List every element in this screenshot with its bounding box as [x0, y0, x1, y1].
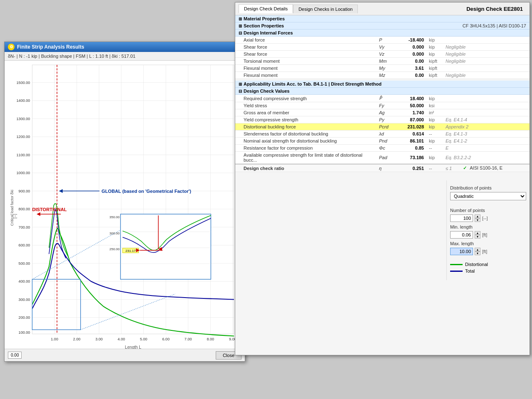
distribution-select[interactable]: Quadratic: [450, 192, 526, 200]
check-unit: kip: [426, 123, 443, 131]
check-symbol: Pcrd: [377, 123, 397, 131]
legend-distortional-line: [450, 264, 463, 265]
section-internal-label: Design Internal Forces: [244, 30, 293, 35]
svg-text:1300.00: 1300.00: [17, 117, 30, 121]
tab-design-check-details[interactable]: Design Check Details: [239, 4, 293, 13]
force-value: 0.000: [397, 44, 426, 51]
svg-text:400.00: 400.00: [19, 279, 30, 283]
fsm-chart-area: 1500.00 1400.00 1300.00 1200.00 1100.00 …: [5, 61, 245, 355]
svg-text:2.00: 2.00: [73, 337, 81, 341]
max-length-up[interactable]: ▲: [475, 248, 480, 251]
internal-force-row: Axial force P -18.400 kip: [235, 37, 530, 44]
distribution-label: Distribution of points: [450, 185, 526, 190]
force-symbol: Vy: [377, 44, 397, 51]
section-applicability[interactable]: ⊞ Applicability Limits Acc. to Tab. B4.1…: [235, 81, 530, 88]
num-points-input[interactable]: [450, 214, 473, 222]
force-name: Torsional moment: [235, 58, 377, 65]
ratio-unit: --: [426, 164, 443, 172]
check-note: [443, 109, 530, 116]
check-unit: ksi: [426, 102, 443, 109]
check-value: 18.400: [397, 95, 426, 102]
svg-text:800.00: 800.00: [19, 207, 30, 211]
check-name: Distortional buckling force: [235, 123, 377, 131]
expand-section-icon: ⊞: [239, 24, 242, 28]
fsm-titlebar: ⚙ Finite Strip Analysis Results: [5, 42, 245, 52]
check-value-row: Required compressive strength P̄ 18.400 …: [235, 95, 530, 102]
fsm-statusbar: 0.00 Close: [5, 349, 245, 361]
check-note: [443, 95, 530, 102]
legend-total-label: Total: [465, 268, 475, 273]
check-unit: --: [426, 145, 443, 152]
check-unit: kip: [426, 138, 443, 145]
check-value-row: Available compressive strength for limit…: [235, 152, 530, 164]
check-name: Available compressive strength for limit…: [235, 152, 377, 164]
svg-text:300.00: 300.00: [109, 232, 120, 235]
force-note: Negligible: [443, 51, 530, 58]
tab-design-checks-location[interactable]: Design Checks in Location: [293, 5, 358, 13]
bottom-section: Distribution of points Quadratic Number …: [235, 180, 530, 280]
force-unit: kip: [426, 44, 443, 51]
legend-distortional-label: Distortional: [465, 262, 488, 267]
min-length-label: Min. length: [450, 224, 526, 229]
svg-text:Critical load factor δki: Critical load factor δki: [10, 190, 14, 226]
check-icon: ✓: [463, 165, 467, 170]
check-value: 0.614: [397, 131, 426, 138]
dc-panel: Design Check Details Design Checks in Lo…: [235, 2, 530, 355]
check-name: Yield compressive strength: [235, 116, 377, 123]
design-check-ratio-table: Design check ratio η 0.251 -- ≤ 1 ✓ AISI…: [235, 164, 530, 172]
force-name: Shear force: [235, 51, 377, 58]
max-length-spinner[interactable]: ▲ ▼: [475, 248, 480, 255]
num-points-label: Number of points: [450, 208, 526, 213]
max-length-unit: [ft]: [482, 249, 487, 254]
force-unit: kipft: [426, 72, 443, 79]
fsm-chart-svg: 1500.00 1400.00 1300.00 1200.00 1100.00 …: [5, 61, 245, 355]
check-note: Eq. E4.1-3: [443, 131, 530, 138]
ratio-pass-text: AISI S100-16, E: [470, 165, 502, 170]
expand-internal-icon: ⊟: [239, 31, 242, 35]
force-unit: kipft: [426, 65, 443, 72]
expand-applicability-icon: ⊞: [239, 82, 242, 86]
check-note: Appendix 2: [443, 123, 530, 131]
check-value-row: Nominal axial strength for distortional …: [235, 138, 530, 145]
legend-total-line: [450, 271, 463, 272]
section-check-values[interactable]: ⊟ Design Check Values: [235, 88, 530, 95]
check-symbol: Pad: [377, 152, 397, 164]
section-internal-forces[interactable]: ⊟ Design Internal Forces: [235, 30, 530, 37]
svg-text:7.00: 7.00: [185, 337, 192, 341]
check-symbol: Pnd: [377, 138, 397, 145]
svg-text:250.00: 250.00: [109, 247, 120, 251]
section-section-properties[interactable]: ⊞ Section Properties CF 3HU4.5x135 | AIS…: [235, 22, 530, 30]
max-length-input[interactable]: [450, 248, 473, 255]
min-length-up[interactable]: ▲: [475, 231, 480, 235]
internal-force-row: Shear force Vz 0.000 kip Negligible: [235, 51, 530, 58]
internal-force-row: Torsional moment Mт 0.00 kipft Negligibl…: [235, 58, 530, 65]
num-points-unit: [--]: [482, 216, 488, 221]
min-length-spinner[interactable]: ▲ ▼: [475, 231, 480, 239]
force-value: -18.400: [397, 37, 426, 44]
min-length-input[interactable]: [450, 231, 473, 239]
check-value-row: Yield stress Fy 50.000 ksi: [235, 102, 530, 109]
check-unit: kip: [426, 95, 443, 102]
max-length-down[interactable]: ▼: [475, 251, 480, 255]
force-symbol: My: [377, 65, 397, 72]
check-note: [443, 102, 530, 109]
svg-text:700.00: 700.00: [19, 225, 30, 229]
num-points-spinner[interactable]: ▲ ▼: [475, 214, 480, 222]
internal-force-row: Shear force Vy 0.000 kip Negligible: [235, 44, 530, 51]
section-material-properties[interactable]: ⊞ Material Properties: [235, 15, 530, 22]
svg-text:1400.00: 1400.00: [17, 99, 30, 103]
check-value-row: Yield compressive strength Py 87.000 kip…: [235, 116, 530, 123]
status-box: 0.00: [8, 352, 22, 359]
check-note: Eq. E4.1-2: [443, 138, 530, 145]
num-points-down[interactable]: ▼: [475, 218, 480, 222]
check-symbol: Py: [377, 116, 397, 123]
force-note: Negligible: [443, 44, 530, 51]
legend-distortional: Distortional: [450, 262, 526, 267]
expand-check-icon: ⊟: [239, 89, 242, 94]
force-value: 0.000: [397, 51, 426, 58]
check-symbol: λd: [377, 131, 397, 138]
force-value: 0.00: [397, 72, 426, 79]
num-points-up[interactable]: ▲: [475, 214, 480, 218]
section-applicability-label: Applicability Limits Acc. to Tab. B4.1-1…: [244, 81, 382, 86]
min-length-down[interactable]: ▼: [475, 235, 480, 239]
